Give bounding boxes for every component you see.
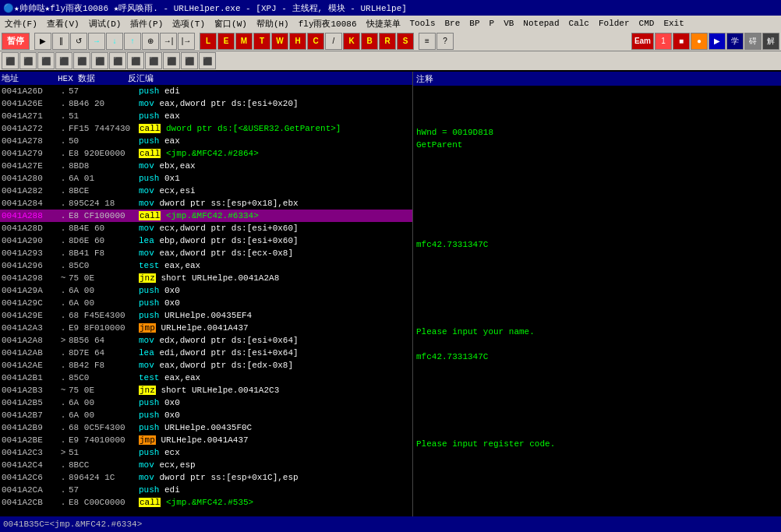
table-row[interactable]: 0041A2C6.896424 1Cmov dword ptr ss:[esp+…: [0, 471, 412, 484]
menu-p[interactable]: P: [485, 16, 500, 31]
menu-plugin[interactable]: 插件(P): [125, 16, 168, 31]
table-row[interactable]: 0041A26D.57push edi: [0, 85, 412, 97]
tb2-10[interactable]: ⬛: [163, 52, 180, 69]
table-row[interactable]: 0041A2B7.6A 00push 0x0: [0, 409, 412, 421]
table-row[interactable]: 0041A2B5.6A 00push 0x0: [0, 396, 412, 409]
menu-exit[interactable]: Exit: [659, 16, 688, 31]
table-row[interactable]: 0041A26E.8B46 20mov eax,dword ptr ds:[es…: [0, 97, 412, 110]
menu-tools[interactable]: Tools: [405, 16, 440, 31]
step-into-button[interactable]: ↓: [106, 33, 123, 50]
table-row[interactable]: 0041A28D.8B4E 60mov ecx,dword ptr ds:[es…: [0, 222, 412, 234]
tb2-9[interactable]: ⬛: [145, 52, 162, 69]
tb-eam[interactable]: Eam: [631, 33, 654, 50]
tb2-8[interactable]: ⬛: [127, 52, 144, 69]
table-row[interactable]: 0041A29C.6A 00push 0x0: [0, 297, 412, 309]
pause2-button[interactable]: ‖: [52, 33, 69, 50]
table-row[interactable]: 0041A2BE.E9 74010000jmp URLHelpe.0041A43…: [0, 434, 412, 446]
row-address: 0041A278: [2, 136, 58, 146]
h-button[interactable]: H: [289, 33, 306, 50]
table-row[interactable]: 0041A2B9.68 0C5F4300push URLHelpe.00435F…: [0, 421, 412, 434]
run-from-button[interactable]: |→: [178, 33, 195, 50]
tb-orange[interactable]: ●: [691, 33, 708, 50]
pause-button[interactable]: 暂停: [2, 33, 30, 50]
table-row[interactable]: 0041A2B1.85C0test eax,eax: [0, 372, 412, 384]
e-button[interactable]: E: [217, 33, 235, 50]
tb2-3[interactable]: ⬛: [37, 52, 55, 69]
k-button[interactable]: K: [343, 33, 360, 50]
m-button[interactable]: M: [235, 33, 253, 50]
table-row[interactable]: 0041A27E.8BD8mov ebx,eax: [0, 160, 412, 172]
menu-options[interactable]: 选项(T): [168, 16, 210, 31]
table-row[interactable]: 0041A279.E8 920E0000call <jmp.&MFC42.#28…: [0, 147, 412, 160]
table-row[interactable]: 0041A2B3~75 0Ejnz short URLHelpe.0041A2C…: [0, 384, 412, 396]
menu-shortcut[interactable]: 快捷菜单: [362, 16, 405, 31]
run-button[interactable]: ▶: [34, 33, 51, 50]
w-button[interactable]: W: [271, 33, 288, 50]
menu-cmd[interactable]: CMD: [634, 16, 659, 31]
list-button[interactable]: ≡: [419, 33, 436, 50]
run-to-button[interactable]: →|: [160, 33, 177, 50]
table-row[interactable]: 0041A2AB.8D7E 64lea edi,dword ptr ds:[es…: [0, 347, 412, 359]
b-button[interactable]: B: [361, 33, 378, 50]
tb2-1[interactable]: ⬛: [2, 52, 19, 69]
menu-vb[interactable]: VB: [499, 16, 518, 31]
table-row[interactable]: 0041A278.50push eax: [0, 135, 412, 147]
tb2-11[interactable]: ⬛: [181, 52, 198, 69]
table-row[interactable]: 0041A2C4.8BCCmov ecx,esp: [0, 459, 412, 471]
tb2-2[interactable]: ⬛: [19, 52, 37, 69]
c-button[interactable]: C: [307, 33, 324, 50]
menu-notepad[interactable]: Notepad: [518, 16, 564, 31]
menu-window[interactable]: 窗口(W): [210, 16, 252, 31]
menu-calc[interactable]: Calc: [564, 16, 594, 31]
menu-folder[interactable]: Folder: [594, 16, 634, 31]
menu-fly[interactable]: fly雨夜10086: [294, 16, 362, 31]
tb2-6[interactable]: ⬛: [91, 52, 108, 69]
tb-num1[interactable]: 1: [655, 33, 672, 50]
restart-button[interactable]: ↺: [70, 33, 87, 50]
menu-file[interactable]: 文件(F): [0, 16, 42, 31]
tb-red2[interactable]: ■: [673, 33, 690, 50]
table-row[interactable]: 0041A288.E8 CF100000call <jmp.&MFC42.#63…: [0, 210, 412, 222]
tb2-12[interactable]: ⬛: [199, 52, 216, 69]
slash-button[interactable]: /: [325, 33, 342, 50]
tb-extra[interactable]: 解: [762, 33, 779, 50]
help-button[interactable]: ?: [436, 33, 454, 50]
r-button[interactable]: R: [379, 33, 396, 50]
table-row[interactable]: 0041A282.8BCEmov ecx,esi: [0, 185, 412, 197]
t-button[interactable]: T: [253, 33, 270, 50]
tb2-5[interactable]: ⬛: [73, 52, 90, 69]
table-row[interactable]: 0041A2CA.57push edi: [0, 484, 412, 496]
s-button[interactable]: S: [397, 33, 414, 50]
menu-help[interactable]: 帮助(H): [252, 16, 294, 31]
table-row[interactable]: 0041A280.6A 01push 0x1: [0, 172, 412, 185]
table-row[interactable]: 0041A272.FF15 7447430call dword ptr ds:[…: [0, 122, 412, 135]
exec-button[interactable]: ⊕: [142, 33, 159, 50]
tb-solid[interactable]: 碍: [744, 33, 762, 50]
table-row[interactable]: 0041A2CB.E8 C00C0000call <jmp.&MFC42.#53…: [0, 496, 412, 509]
table-row[interactable]: 0041A296.85C0test eax,eax: [0, 259, 412, 272]
menu-bre[interactable]: Bre: [440, 16, 465, 31]
row-hex: 85C0: [69, 373, 139, 382]
step-out-button[interactable]: ↑: [124, 33, 141, 50]
tb-char[interactable]: 学: [726, 33, 744, 50]
step-over-button[interactable]: →: [88, 33, 105, 50]
menu-view[interactable]: 查看(V): [42, 16, 84, 31]
menu-bp[interactable]: BP: [465, 16, 484, 31]
table-row[interactable]: 0041A29A.6A 00push 0x0: [0, 284, 412, 297]
table-row[interactable]: 0041A2AE.8B42 F8mov eax,dword ptr ds:[ed…: [0, 359, 412, 372]
tb2-7[interactable]: ⬛: [109, 52, 126, 69]
table-row[interactable]: 0041A290.8D6E 60lea ebp,dword ptr ds:[es…: [0, 234, 412, 247]
l-button[interactable]: L: [200, 33, 217, 50]
menu-debug[interactable]: 调试(D): [84, 16, 126, 31]
table-row[interactable]: 0041A29E.68 F45E4300push URLHelpe.00435E…: [0, 309, 412, 322]
table-row[interactable]: 0041A284.895C24 18mov dword ptr ss:[esp+…: [0, 197, 412, 210]
table-row[interactable]: 0041A293.8B41 F8mov eax,dword ptr ds:[ec…: [0, 247, 412, 259]
table-row[interactable]: 0041A2A8>8B56 64mov edx,dword ptr ds:[es…: [0, 334, 412, 347]
row-address: 0041A290: [2, 236, 58, 245]
tb-blue1[interactable]: ▶: [709, 33, 726, 50]
tb2-4[interactable]: ⬛: [55, 52, 72, 69]
table-row[interactable]: 0041A271.51push eax: [0, 110, 412, 122]
table-row[interactable]: 0041A298~75 0Ejnz short URLHelpe.0041A2A…: [0, 272, 412, 284]
table-row[interactable]: 0041A2C3>51push ecx: [0, 446, 412, 459]
table-row[interactable]: 0041A2A3.E9 8F010000jmp URLHelpe.0041A43…: [0, 322, 412, 334]
